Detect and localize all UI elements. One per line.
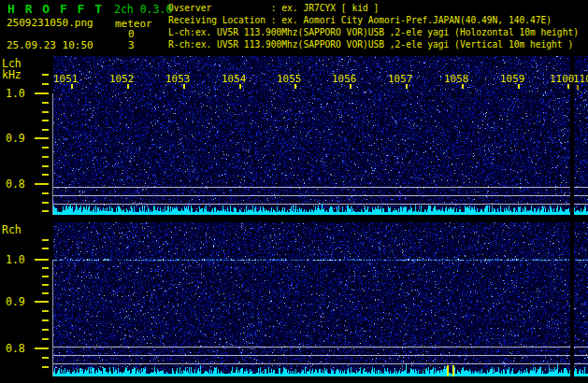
freq-tick-minor	[42, 202, 49, 204]
freq-tick-minor	[42, 267, 49, 269]
time-label-1053: 1053	[165, 73, 191, 85]
minute-tick	[406, 84, 408, 89]
minute-tick	[183, 84, 185, 89]
app-title: H R O F F T	[7, 2, 104, 16]
minute-tick	[71, 84, 73, 89]
minute-tick	[294, 84, 296, 89]
freq-tick-minor	[42, 357, 49, 359]
freq-tick-major	[35, 259, 49, 261]
freq-tick-major	[35, 137, 49, 139]
time-label-1052: 1052	[109, 73, 135, 85]
freq-tick-minor	[42, 210, 49, 212]
time-label-1051: 1051	[53, 73, 79, 85]
time-label-1059: 1059	[500, 73, 525, 85]
observer-line: Ovserver : ex. JR7CYX [ kid ]	[168, 2, 588, 14]
freq-tick-minor	[42, 102, 49, 104]
rch-freq-label-0.9: 0.9	[6, 295, 25, 308]
rch-receiver-line: R-ch:ex. UV5R 113.900Mhz(SAPPORO VOR)USB…	[168, 38, 588, 50]
observation-datetime: 25.09.23 10:50	[7, 39, 93, 51]
freq-tick-minor	[42, 248, 49, 249]
time-label-1055: 1055	[277, 73, 302, 85]
freq-tick-major	[35, 301, 49, 303]
station-info: Ovserver : ex. JR7CYX [ kid ] Receiving …	[168, 2, 588, 52]
freq-tick-minor	[42, 366, 49, 368]
rch-axis-line	[52, 260, 53, 376]
freq-tick-major	[35, 92, 49, 94]
time-label-1058: 1058	[444, 73, 469, 85]
spectrogram-canvas-rch	[53, 222, 588, 376]
minute-tick	[518, 84, 520, 89]
freq-tick-minor	[42, 156, 49, 158]
freq-tick-minor	[42, 276, 49, 277]
time-label-1057: 1057	[388, 73, 413, 85]
rch-freq-label-0.8: 0.8	[6, 342, 25, 355]
freq-tick-minor	[42, 192, 49, 194]
rch-freq-label-1.0: 1.0	[6, 253, 25, 266]
freq-tick-minor	[42, 165, 49, 167]
lch-receiver-line: L-ch:ex. UV5R 113.900Mhz(SAPPORO VOR)USB…	[168, 26, 588, 38]
freq-tick-minor	[42, 310, 49, 312]
lch-freq-label-0.9: 0.9	[6, 132, 25, 145]
time-label-1100: 1100	[550, 73, 575, 85]
freq-tick-minor	[42, 292, 49, 294]
minute-tick	[127, 84, 129, 89]
freq-tick-minor	[42, 329, 49, 331]
freq-tick-minor	[42, 338, 49, 340]
freq-tick-minor	[42, 284, 49, 286]
meteor-count-rch: 3	[128, 39, 135, 51]
location-line: Receiving Location : ex. Aomori City Aom…	[168, 14, 588, 26]
minute-tick-partial	[577, 85, 579, 90]
freq-tick-major	[35, 348, 49, 349]
freq-tick-minor	[42, 147, 49, 149]
time-label-1054: 1054	[222, 73, 247, 85]
freq-tick-minor	[42, 239, 49, 241]
rch-channel-label: Rch	[2, 223, 22, 236]
lch-freq-label-0.8: 0.8	[6, 177, 25, 191]
lch-axis-line	[52, 93, 53, 215]
freq-tick-minor	[42, 74, 49, 76]
lch-unit-label: kHz	[2, 68, 22, 81]
freq-tick-minor	[42, 174, 49, 176]
app-version: 2ch 0.3.0	[114, 3, 172, 16]
freq-tick-minor	[42, 83, 49, 85]
time-label-110: 110	[573, 73, 588, 85]
minute-tick	[462, 84, 464, 89]
freq-tick-minor	[42, 111, 49, 113]
lch-freq-label-1.0: 1.0	[6, 87, 25, 100]
minute-tick	[567, 84, 569, 89]
minute-tick	[239, 84, 241, 89]
freq-tick-minor	[42, 129, 49, 131]
freq-tick-minor	[42, 319, 49, 321]
time-label-1056: 1056	[332, 73, 357, 85]
hrofft-screen: H R O F F T 2ch 0.3.0 2509231050.png met…	[0, 0, 588, 383]
output-filename: 2509231050.png	[7, 17, 93, 29]
freq-tick-major	[35, 183, 49, 185]
minute-tick	[350, 84, 351, 89]
freq-tick-minor	[42, 120, 49, 121]
